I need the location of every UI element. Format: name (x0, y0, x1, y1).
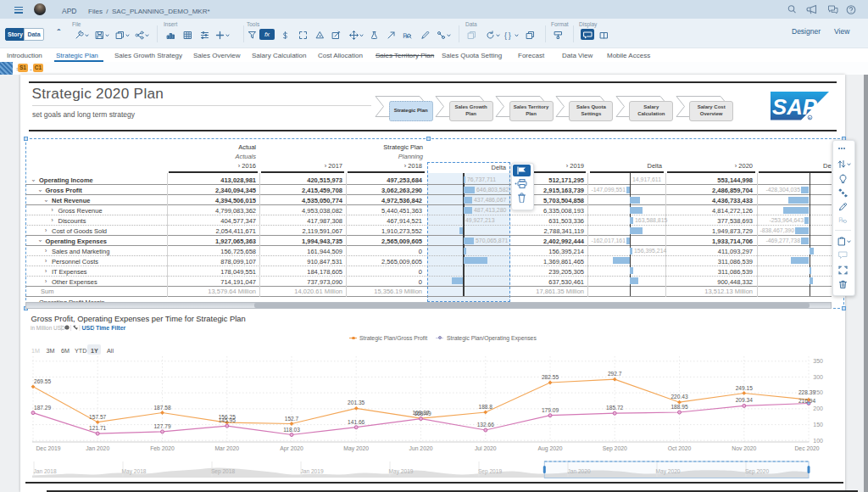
svg-text:187.58: 187.58 (153, 405, 171, 411)
svg-text:May 2019: May 2019 (389, 468, 414, 475)
svg-text:May 2018: May 2018 (122, 468, 147, 475)
svg-text:Jul 2020: Jul 2020 (475, 445, 497, 451)
svg-text:Sep 2019: Sep 2019 (478, 468, 503, 475)
svg-text:141.66: 141.66 (348, 419, 365, 425)
svg-text:185.72: 185.72 (606, 405, 624, 411)
svg-text:292.7: 292.7 (608, 371, 622, 377)
svg-text:200: 200 (813, 405, 823, 411)
svg-text:Nov 2020: Nov 2020 (732, 445, 756, 451)
svg-text:250: 250 (813, 389, 823, 395)
svg-text:150: 150 (813, 422, 823, 428)
svg-text:Sep 2018: Sep 2018 (211, 468, 236, 475)
svg-text:Mar 2020: Mar 2020 (214, 445, 239, 451)
svg-text:Dec 2019: Dec 2019 (36, 445, 60, 451)
svg-text:249.15: 249.15 (736, 385, 754, 391)
svg-text:201.35: 201.35 (348, 400, 365, 405)
svg-text:127.79: 127.79 (153, 423, 171, 429)
svg-text:179.09: 179.09 (542, 407, 559, 413)
svg-text:145.95: 145.95 (219, 417, 236, 423)
svg-text:157.57: 157.57 (89, 414, 107, 420)
svg-text:Oct 2020: Oct 2020 (668, 445, 692, 451)
svg-text:188.95: 188.95 (670, 404, 688, 410)
svg-text:168.49: 168.49 (414, 411, 431, 417)
svg-text:350: 350 (813, 358, 823, 364)
svg-text:209.34: 209.34 (736, 397, 754, 403)
svg-text:Feb 2020: Feb 2020 (150, 445, 175, 451)
svg-text:Jan 2018: Jan 2018 (33, 468, 56, 474)
svg-text:152.7: 152.7 (285, 416, 299, 422)
svg-text:216.94: 216.94 (798, 398, 816, 404)
svg-text:℞: ℞ (838, 216, 844, 224)
svg-text:187.29: 187.29 (34, 405, 52, 411)
svg-text:Aug 2020: Aug 2020 (537, 445, 562, 452)
svg-text:269.55: 269.55 (34, 378, 52, 384)
svg-text:Jan 2020: Jan 2020 (86, 445, 109, 451)
svg-text:300: 300 (813, 374, 823, 380)
svg-text:100: 100 (813, 438, 823, 444)
svg-text:121.71: 121.71 (89, 425, 107, 431)
svg-text:118.03: 118.03 (283, 427, 300, 433)
svg-text:Apr 2020: Apr 2020 (280, 445, 303, 452)
svg-text:Dec 2020: Dec 2020 (794, 445, 819, 451)
svg-text:188.8: 188.8 (479, 404, 493, 410)
svg-text:Sep 2020: Sep 2020 (603, 445, 627, 452)
svg-text:282.55: 282.55 (542, 374, 559, 380)
svg-text:May 2020: May 2020 (343, 445, 369, 452)
svg-text:Jan 2019: Jan 2019 (300, 468, 323, 474)
svg-text:220.43: 220.43 (670, 394, 688, 400)
svg-text:Jun 2020: Jun 2020 (409, 445, 433, 451)
svg-text:132.66: 132.66 (477, 422, 495, 428)
